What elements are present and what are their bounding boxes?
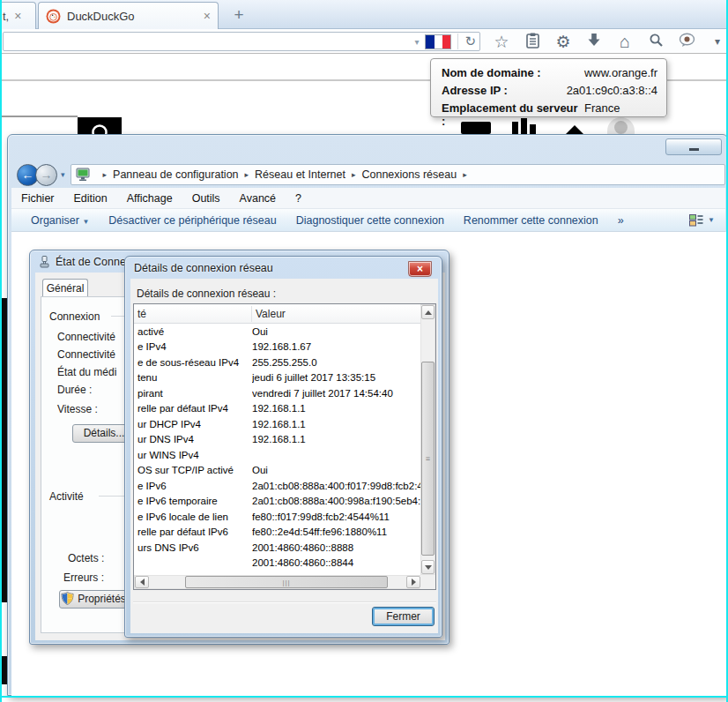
row-property: relle par défaut IPv4 [134, 403, 252, 414]
menu-edition[interactable]: Edition [64, 192, 117, 205]
breadcrumb-item[interactable]: Réseau et Internet [255, 168, 345, 181]
horizontal-scrollbar[interactable]: ||| [134, 575, 421, 589]
feedback-bubble-icon[interactable] [677, 33, 696, 50]
history-dropdown-icon[interactable]: ▾ [61, 170, 65, 179]
close-tab-icon[interactable]: × [14, 10, 21, 22]
home-icon[interactable]: ⌂ [615, 33, 635, 50]
errors-label: Erreurs : [63, 571, 104, 584]
fermer-button[interactable]: Fermer [372, 607, 435, 626]
tab-label: DuckDuckGo [67, 10, 204, 23]
download-icon[interactable] [584, 33, 604, 50]
menu-avance[interactable]: Avancé [230, 192, 286, 205]
tab-duckduckgo[interactable]: DuckDuckGo × [38, 2, 219, 29]
details-row[interactable]: e de sous-réseau IPv4255.255.255.0 [134, 355, 421, 370]
status-dialog-titlebar[interactable]: État de Conne [39, 256, 126, 268]
breadcrumb-sep-icon: ▸ [103, 170, 108, 179]
explorer-navbar: ← → ▾ ▸ Panneau de configuration ▸ Résea… [11, 161, 725, 188]
details-dialog-titlebar[interactable]: Détails de connexion réseau [134, 262, 273, 274]
row-property: e IPv6 [134, 481, 252, 491]
row-property: relle par défaut IPv6 [134, 526, 252, 537]
row-property: activé [134, 326, 252, 337]
details-row[interactable]: ur DHCP IPv4192.168.1.1 [134, 416, 421, 432]
details-row[interactable]: urs DNS IPv62001:4860:4860::8888 [134, 540, 421, 556]
breadcrumb-item[interactable]: Connexions réseau [361, 168, 457, 181]
tab-partial[interactable]: t, × [0, 2, 36, 29]
search-icon[interactable] [646, 33, 665, 50]
row-property: ur DNS IPv4 [134, 434, 252, 444]
menu-affichage[interactable]: Affichage [117, 192, 182, 205]
tooltip-label: Adresse IP : [442, 84, 567, 97]
minimize-button[interactable] [665, 138, 722, 155]
commandbar-overflow-chevron[interactable]: » [618, 214, 624, 227]
browser-tab-bar: t, × DuckDuckGo × + [0, 0, 728, 29]
scroll-down-button[interactable] [421, 560, 435, 574]
disable-device-button[interactable]: Désactiver ce périphérique réseau [108, 214, 276, 227]
breadcrumb-item[interactable]: Panneau de configuration [113, 168, 238, 181]
urlbar-dropdown-icon[interactable]: ▾ [414, 37, 419, 47]
tab-general[interactable]: Général [42, 279, 88, 297]
rename-connection-button[interactable]: Renommer cette connexion [464, 214, 598, 227]
details-row[interactable]: relle par défaut IPv6fe80::2e4d:54ff:fe9… [134, 525, 421, 541]
more-tools-caret-icon[interactable]: ▾ [708, 36, 727, 47]
address-bar[interactable]: ▸ Panneau de configuration ▸ Réseau et I… [71, 164, 725, 185]
tooltip-value: France [584, 101, 620, 128]
menu-fichier[interactable]: Fichier [11, 192, 64, 205]
details-row[interactable]: ur DNS IPv4192.168.1.1 [134, 432, 421, 448]
forward-button[interactable]: → [35, 164, 57, 186]
row-value: 2a01:cb08:888a:400:998a:f190:5eb4:2 [252, 496, 421, 506]
row-property: e IPv6 locale de lien [134, 512, 252, 522]
col-property[interactable]: té [137, 308, 146, 320]
breadcrumb-sep-icon: ▸ [352, 170, 356, 179]
properties-button[interactable]: Propriétés [59, 590, 128, 609]
media-state-label: État du médi [57, 366, 116, 378]
dialog-separator [133, 601, 436, 603]
clipboard-icon[interactable] [523, 33, 542, 51]
change-view-icon[interactable] [689, 214, 703, 227]
details-row[interactable]: ur WINS IPv4 [134, 447, 421, 463]
search-button[interactable] [78, 117, 122, 134]
diagnose-connection-button[interactable]: Diagnostiquer cette connexion [296, 214, 444, 227]
new-tab-button[interactable]: + [227, 6, 251, 26]
list-header[interactable]: té Valeur [134, 304, 435, 324]
row-value: fe80::2e4d:54ff:fe96:1880%11 [252, 526, 421, 537]
scroll-right-button[interactable] [406, 576, 420, 588]
details-row[interactable]: e IPv62a01:cb08:888a:400:f017:99d8:fcb2:… [134, 478, 421, 494]
horizontal-scroll-thumb[interactable]: ||| [185, 576, 388, 588]
details-row[interactable]: e IPv6 locale de lienfe80::f017:99d8:fcb… [134, 509, 421, 525]
organize-button[interactable]: Organiser ▼ [31, 214, 89, 227]
vertical-scroll-thumb[interactable]: ≡ [421, 362, 435, 556]
vertical-scrollbar[interactable]: ≡ [420, 304, 435, 575]
group-connexion-label: Connexion [49, 310, 105, 323]
close-tab-icon[interactable]: × [204, 10, 211, 22]
col-value[interactable]: Valeur [256, 308, 286, 320]
details-row[interactable]: e IPv6 temporaire2a01:cb08:888a:400:998a… [134, 494, 421, 510]
tooltip-label: Emplacement du serveur : [442, 101, 584, 128]
details-row[interactable]: activéOui [134, 324, 421, 340]
french-flag-icon[interactable] [425, 34, 451, 49]
details-row[interactable]: relle par défaut IPv4192.168.1.1 [134, 401, 421, 417]
details-row[interactable]: e IPv4192.168.1.67 [134, 340, 421, 355]
bookmark-star-icon[interactable]: ☆ [492, 34, 511, 50]
menu-help[interactable]: ? [286, 192, 311, 205]
scroll-left-button[interactable] [135, 576, 149, 588]
url-bar[interactable]: ▾ ↻ [3, 32, 480, 51]
details-row[interactable]: pirantvendredi 7 juillet 2017 14:54:40 [134, 385, 421, 401]
uac-shield-icon [61, 592, 74, 605]
view-dropdown-icon[interactable]: ▼ [708, 216, 715, 224]
menu-outils[interactable]: Outils [182, 192, 230, 205]
row-value: 2001:4860:4860::8844 [252, 557, 421, 568]
row-value: jeudi 6 juillet 2017 13:35:15 [252, 372, 421, 383]
row-property: ur DHCP IPv4 [134, 419, 252, 429]
scroll-up-button[interactable] [421, 305, 435, 319]
close-button[interactable]: × [408, 261, 432, 277]
details-row[interactable]: OS sur TCP/IP activéOui [134, 463, 421, 479]
gear-icon[interactable]: ⚙ [553, 34, 573, 50]
details-row[interactable]: tenujeudi 6 juillet 2017 13:35:15 [134, 370, 421, 386]
explorer-titlebar[interactable] [8, 135, 727, 161]
row-value: Oui [252, 326, 421, 337]
details-row[interactable]: 2001:4860:4860::8844 [134, 556, 421, 571]
speed-label: Vitesse : [57, 403, 98, 415]
row-property: urs DNS IPv6 [134, 542, 252, 553]
octets-label: Octets : [68, 552, 104, 564]
reload-icon[interactable]: ↻ [464, 34, 476, 49]
